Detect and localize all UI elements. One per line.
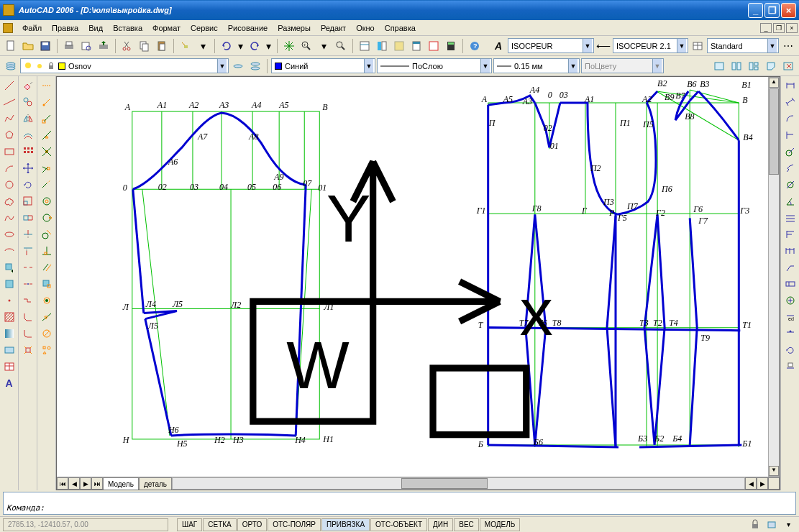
table-tool[interactable] xyxy=(1,359,17,375)
print-button[interactable] xyxy=(61,38,77,54)
lineweight-dropdown[interactable]: 0.15 мм ▼ xyxy=(493,58,580,73)
join-tool[interactable] xyxy=(20,293,36,308)
fillet-tool[interactable] xyxy=(20,326,36,341)
mtext-tool[interactable]: A xyxy=(1,375,17,391)
viewport2-button[interactable] xyxy=(729,58,744,74)
tool-palettes-button[interactable] xyxy=(391,38,407,54)
circle-tool[interactable] xyxy=(1,177,17,193)
menu-tools[interactable]: Сервис xyxy=(186,22,223,34)
make-block-tool[interactable] xyxy=(1,276,17,292)
rotate-tool[interactable] xyxy=(20,177,36,193)
move-tool[interactable] xyxy=(20,160,36,176)
menu-modify[interactable]: Редакт xyxy=(316,22,351,34)
status-tray-button[interactable] xyxy=(764,517,780,533)
menu-edit[interactable]: Правка xyxy=(47,22,83,34)
chamfer-tool[interactable] xyxy=(20,309,36,325)
dim-center-button[interactable] xyxy=(782,293,798,308)
help-button[interactable]: ? xyxy=(467,38,483,54)
dim-baseline-button[interactable] xyxy=(782,226,798,242)
tab-last-button[interactable]: ⏭ xyxy=(91,477,103,490)
dim-style-button[interactable] xyxy=(782,359,798,375)
status-lock-button[interactable] xyxy=(747,517,763,533)
extend-tool[interactable] xyxy=(20,243,36,259)
ellipse-tool[interactable] xyxy=(1,226,17,242)
redo-dropdown[interactable]: ▾ xyxy=(264,38,273,54)
osnap-settings-button[interactable] xyxy=(39,342,55,358)
tab-first-button[interactable]: ⏮ xyxy=(57,477,68,490)
dimstyle-icon[interactable]: ⟵ xyxy=(595,38,611,54)
dim-jogged-button[interactable] xyxy=(782,160,798,176)
menu-view[interactable]: Вид xyxy=(83,22,108,34)
osnap-temp-button[interactable] xyxy=(39,78,55,93)
erase-tool[interactable] xyxy=(20,78,36,93)
drawing-canvas[interactable]: АА1А2А3А4А5ВА7А8А6А9002030405060701ЛЛ4Л5… xyxy=(57,77,768,477)
new-button[interactable] xyxy=(3,38,19,54)
xline-tool[interactable] xyxy=(1,94,17,110)
tab-next-button[interactable]: ▶ xyxy=(80,477,91,490)
array-tool[interactable] xyxy=(20,144,36,160)
pan-button[interactable] xyxy=(281,38,297,54)
tab-prev-button[interactable]: ◀ xyxy=(68,477,80,490)
region-tool[interactable] xyxy=(1,342,17,358)
osnap-tangent-button[interactable] xyxy=(39,226,55,242)
block-insert-tool[interactable] xyxy=(1,260,17,275)
osnap-midpoint-button[interactable] xyxy=(39,127,55,143)
dim-leader-button[interactable] xyxy=(782,260,798,275)
menu-format[interactable]: Формат xyxy=(147,22,186,34)
spline-tool[interactable] xyxy=(1,210,17,226)
layer-states-button[interactable] xyxy=(247,58,263,74)
dim-quick-button[interactable] xyxy=(782,210,798,226)
status-expand-button[interactable]: ▾ xyxy=(780,517,796,533)
zoom-realtime-button[interactable]: + xyxy=(298,38,314,54)
dim-edit-button[interactable]: ed xyxy=(782,309,798,325)
hatch-tool[interactable] xyxy=(1,309,17,325)
copy-button[interactable] xyxy=(137,38,152,54)
more-button[interactable]: ⋯ xyxy=(780,38,796,54)
osnap-from-button[interactable] xyxy=(39,94,55,110)
undo-dropdown[interactable]: ▾ xyxy=(236,38,245,54)
command-line[interactable]: Команда: xyxy=(3,492,796,515)
osnap-endpoint-button[interactable] xyxy=(39,111,55,127)
menu-window[interactable]: Окно xyxy=(351,22,380,34)
revcloud-tool[interactable] xyxy=(1,193,17,209)
undo-button[interactable] xyxy=(219,38,234,54)
tablestyle-icon[interactable] xyxy=(690,38,706,54)
textstyle2-dropdown[interactable]: ISOCPEUR 2.1 ▼ xyxy=(613,38,688,53)
arc-tool[interactable] xyxy=(1,160,17,176)
dim-diameter-button[interactable] xyxy=(782,177,798,193)
coordinates-display[interactable]: 2785.13, -12410.57, 0.00 xyxy=(3,518,168,531)
break2-tool[interactable] xyxy=(20,276,36,292)
snap-toggle[interactable]: ШАГ xyxy=(177,518,202,531)
explode-tool[interactable] xyxy=(20,342,36,358)
osnap-center-button[interactable] xyxy=(39,193,55,209)
osnap-perp-button[interactable] xyxy=(39,243,55,259)
osnap-intersection-button[interactable] xyxy=(39,144,55,160)
menu-file[interactable]: Файл xyxy=(17,22,47,34)
paste-button[interactable] xyxy=(154,38,170,54)
viewport-button[interactable] xyxy=(711,58,727,74)
polar-toggle[interactable]: ОТС-ПОЛЯР xyxy=(268,518,321,531)
osnap-insert-button[interactable] xyxy=(39,276,55,292)
menu-dimension[interactable]: Размеры xyxy=(273,22,316,34)
stretch-tool[interactable] xyxy=(20,210,36,226)
trim-tool[interactable] xyxy=(20,226,36,242)
match-button[interactable] xyxy=(178,38,193,54)
dim-tedit-button[interactable] xyxy=(782,326,798,341)
tab-model[interactable]: Модель xyxy=(103,477,139,490)
menu-help[interactable]: Справка xyxy=(380,22,421,34)
linetype-dropdown[interactable]: ПоСлою ▼ xyxy=(377,58,492,73)
osnap-node-button[interactable] xyxy=(39,293,55,308)
dim-linear-button[interactable] xyxy=(782,78,798,93)
cut-button[interactable] xyxy=(119,38,135,54)
osnap-parallel-button[interactable] xyxy=(39,260,55,275)
osnap-extension-button[interactable] xyxy=(39,177,55,193)
minimize-button[interactable]: _ xyxy=(748,3,763,18)
mirror-tool[interactable] xyxy=(20,111,36,127)
gradient-tool[interactable] xyxy=(1,326,17,341)
grid-toggle[interactable]: СЕТКА xyxy=(203,518,237,531)
color-dropdown[interactable]: Синий ▼ xyxy=(271,58,375,73)
menu-insert[interactable]: Вставка xyxy=(108,22,147,34)
doc-restore-button[interactable]: ❐ xyxy=(773,23,785,33)
block-editor-button[interactable]: ▾ xyxy=(195,38,211,54)
publish-button[interactable] xyxy=(96,38,111,54)
